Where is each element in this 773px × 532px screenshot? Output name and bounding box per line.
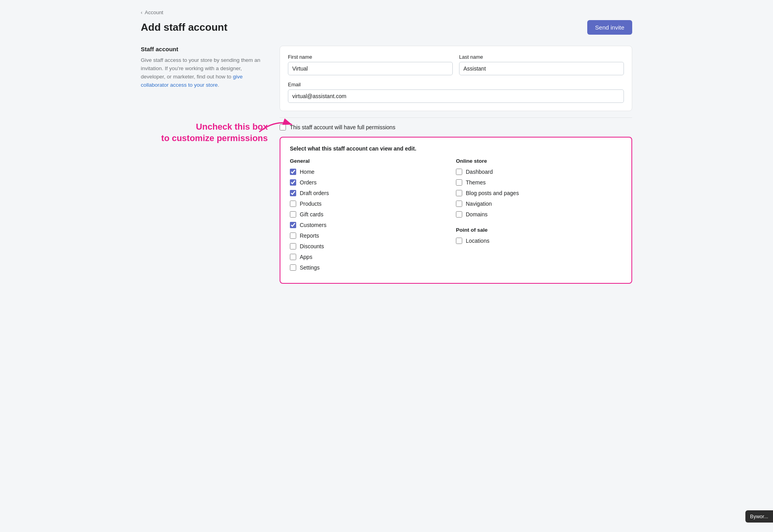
- breadcrumb-label: Account: [145, 9, 163, 15]
- name-row: First name Last name: [288, 54, 624, 75]
- page-title: Add staff account: [141, 21, 228, 33]
- permission-item: Customers: [290, 222, 456, 228]
- general-permission-checkbox-settings[interactable]: [290, 264, 296, 271]
- general-permissions-col: General HomeOrdersDraft ordersProductsGi…: [290, 158, 456, 275]
- permission-item: Domains: [456, 211, 622, 218]
- general-permission-label[interactable]: Apps: [300, 254, 312, 260]
- last-name-group: Last name: [459, 54, 624, 75]
- online-store-col-title: Online store: [456, 158, 622, 164]
- general-permission-checkbox-apps[interactable]: [290, 254, 296, 260]
- email-input[interactable]: [288, 89, 624, 103]
- last-name-input[interactable]: [459, 62, 624, 75]
- online-permission-label[interactable]: Domains: [466, 211, 487, 218]
- general-permission-label[interactable]: Gift cards: [300, 211, 323, 218]
- send-invite-button[interactable]: Send invite: [587, 20, 632, 35]
- annotation-wrapper: Uncheck this boxto customize permissions…: [280, 117, 632, 137]
- pos-permission-checkbox-locations[interactable]: [456, 238, 462, 244]
- general-permission-checkbox-gift-cards[interactable]: [290, 211, 296, 218]
- general-permission-label[interactable]: Settings: [300, 264, 320, 271]
- full-permissions-label[interactable]: This staff account will have full permis…: [290, 124, 395, 130]
- point-of-sale-section: Point of sale Locations: [456, 227, 622, 244]
- sidebar-title: Staff account: [141, 46, 267, 52]
- online-store-items-container: DashboardThemesBlog posts and pagesNavig…: [456, 169, 622, 218]
- general-permission-label[interactable]: Home: [300, 169, 314, 175]
- sidebar: Staff account Give staff access to your …: [141, 46, 267, 89]
- online-permission-label[interactable]: Dashboard: [466, 169, 493, 175]
- general-permission-checkbox-customers[interactable]: [290, 222, 296, 228]
- first-name-label: First name: [288, 54, 453, 60]
- permission-item: Themes: [456, 179, 622, 186]
- first-name-input[interactable]: [288, 62, 453, 75]
- page-header: Add staff account Send invite: [141, 20, 632, 35]
- breadcrumb[interactable]: ‹ Account: [141, 9, 632, 15]
- online-permission-checkbox-domains[interactable]: [456, 211, 462, 218]
- general-permission-label[interactable]: Customers: [300, 222, 327, 228]
- permissions-columns: General HomeOrdersDraft ordersProductsGi…: [290, 158, 622, 275]
- email-group: Email: [288, 82, 624, 103]
- general-permission-label[interactable]: Products: [300, 201, 321, 207]
- permission-item: Gift cards: [290, 211, 456, 218]
- annotation-text: Uncheck this boxto customize permissions: [157, 121, 268, 144]
- general-permission-label[interactable]: Discounts: [300, 243, 324, 249]
- permissions-box: Select what this staff account can view …: [280, 137, 632, 284]
- general-permission-label[interactable]: Reports: [300, 233, 319, 239]
- sidebar-description: Give staff access to your store by sendi…: [141, 56, 267, 89]
- online-store-permissions-col: Online store DashboardThemesBlog posts a…: [456, 158, 622, 275]
- permission-item: Discounts: [290, 243, 456, 249]
- online-permission-checkbox-themes[interactable]: [456, 179, 462, 186]
- permission-item: Reports: [290, 233, 456, 239]
- general-permission-checkbox-draft-orders[interactable]: [290, 190, 296, 196]
- permissions-box-title: Select what this staff account can view …: [290, 145, 622, 152]
- general-permission-checkbox-orders[interactable]: [290, 179, 296, 186]
- point-of-sale-col-title: Point of sale: [456, 227, 622, 233]
- permissions-section: Uncheck this boxto customize permissions…: [280, 117, 632, 284]
- general-permission-checkbox-home[interactable]: [290, 169, 296, 175]
- general-permission-label[interactable]: Orders: [300, 179, 317, 186]
- general-permission-label[interactable]: Draft orders: [300, 190, 329, 196]
- general-permission-checkbox-discounts[interactable]: [290, 243, 296, 249]
- permission-item: Orders: [290, 179, 456, 186]
- permission-item: Dashboard: [456, 169, 622, 175]
- online-permission-checkbox-dashboard[interactable]: [456, 169, 462, 175]
- permission-item: Locations: [456, 238, 622, 244]
- general-permission-checkbox-reports[interactable]: [290, 233, 296, 239]
- permission-item: Settings: [290, 264, 456, 271]
- general-col-title: General: [290, 158, 456, 164]
- online-permission-label[interactable]: Blog posts and pages: [466, 190, 519, 196]
- first-name-group: First name: [288, 54, 453, 75]
- permission-item: Apps: [290, 254, 456, 260]
- chevron-back-icon: ‹: [141, 10, 142, 15]
- pos-items-container: Locations: [456, 238, 622, 244]
- full-permissions-row: This staff account will have full permis…: [280, 117, 632, 137]
- online-permission-label[interactable]: Themes: [466, 179, 486, 186]
- last-name-label: Last name: [459, 54, 624, 60]
- permission-item: Draft orders: [290, 190, 456, 196]
- online-permission-label[interactable]: Navigation: [466, 201, 492, 207]
- permission-item: Navigation: [456, 201, 622, 207]
- permission-item: Home: [290, 169, 456, 175]
- general-items-container: HomeOrdersDraft ordersProductsGift cards…: [290, 169, 456, 271]
- online-permission-checkbox-navigation[interactable]: [456, 201, 462, 207]
- staff-info-card: First name Last name Email: [280, 46, 632, 111]
- pos-permission-label[interactable]: Locations: [466, 238, 489, 244]
- general-permission-checkbox-products[interactable]: [290, 201, 296, 207]
- content-area: First name Last name Email Unch: [280, 46, 632, 284]
- full-permissions-checkbox[interactable]: [280, 124, 286, 130]
- online-permission-checkbox-blog-posts-and-pages[interactable]: [456, 190, 462, 196]
- permission-item: Products: [290, 201, 456, 207]
- permission-item: Blog posts and pages: [456, 190, 622, 196]
- email-label: Email: [288, 82, 624, 87]
- main-layout: Staff account Give staff access to your …: [141, 46, 632, 284]
